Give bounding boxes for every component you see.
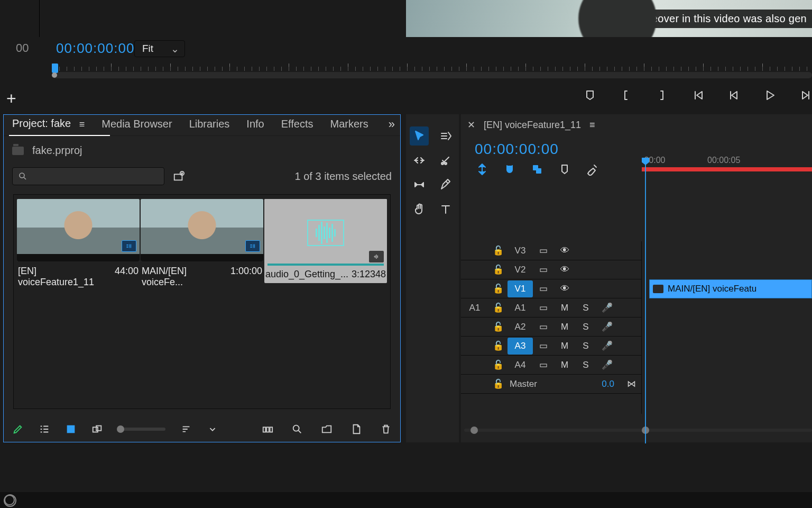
linked-selection-icon[interactable] [531, 163, 543, 176]
lock-icon[interactable]: 🔓 [488, 378, 508, 389]
lock-icon[interactable]: 🔓 [488, 321, 508, 332]
lock-icon[interactable]: 🔓 [488, 283, 508, 294]
voiceover-icon[interactable]: 🎤 [596, 359, 617, 370]
timeline-clip[interactable]: MAIN/[EN] voiceFeatu [649, 279, 812, 298]
freeform-view-icon[interactable] [91, 423, 103, 435]
tab-media-browser[interactable]: Media Browser [93, 114, 180, 135]
track-label[interactable]: V2 [508, 265, 533, 275]
panel-menu-icon[interactable]: ≡ [79, 119, 85, 130]
solo-toggle[interactable]: S [575, 303, 596, 313]
sort-icon[interactable] [180, 423, 192, 435]
add-panel-button[interactable]: + [6, 90, 16, 107]
find-icon[interactable] [291, 423, 303, 435]
sequence-name[interactable]: [EN] voiceFeature1_11 [484, 120, 581, 131]
automate-to-sequence-icon[interactable] [262, 423, 273, 435]
snap-icon[interactable] [503, 163, 516, 176]
tab-libraries[interactable]: Libraries [181, 114, 238, 135]
sync-lock-icon[interactable]: ▭ [533, 340, 554, 351]
solo-toggle[interactable]: S [575, 322, 596, 332]
out-bracket-icon[interactable] [656, 89, 668, 102]
solo-toggle[interactable]: S [575, 341, 596, 351]
track-select-tool-icon[interactable] [436, 126, 455, 146]
timeline-menu-icon[interactable]: ≡ [589, 120, 595, 131]
new-item-icon[interactable] [350, 423, 362, 435]
collapse-icon[interactable]: ⋈ [627, 378, 636, 389]
new-bin-icon[interactable] [321, 423, 333, 435]
lock-icon[interactable]: 🔓 [488, 264, 508, 275]
lock-icon[interactable]: 🔓 [488, 302, 508, 313]
icon-view-icon[interactable] [65, 423, 77, 435]
tab-effects[interactable]: Effects [273, 114, 322, 135]
mute-toggle[interactable]: M [554, 322, 575, 332]
program-ruler[interactable] [52, 64, 812, 79]
project-item[interactable]: MAIN/[EN] voiceFe... 1:00:00 [141, 199, 263, 288]
sync-lock-icon[interactable]: ▭ [533, 264, 554, 275]
track-label[interactable]: A1 [508, 303, 533, 313]
item-scrub-bar[interactable] [267, 264, 384, 266]
project-item-selected[interactable]: audio_0_Getting_... 3:12348 [264, 199, 387, 283]
lock-icon[interactable]: 🔓 [488, 245, 508, 256]
chevron-down-icon[interactable] [207, 423, 218, 435]
step-back-icon[interactable] [727, 89, 740, 102]
settings-icon[interactable] [586, 163, 598, 176]
ripple-edit-tool-icon[interactable] [410, 151, 429, 170]
source-patch[interactable]: A1 [461, 303, 488, 313]
hand-tool-icon[interactable] [410, 199, 429, 219]
track-v2[interactable]: 🔓 V2 ▭ 👁 [461, 260, 641, 279]
tab-project[interactable]: Project: fake ≡ [4, 113, 93, 135]
pen-tool-icon[interactable] [436, 175, 455, 194]
sync-lock-icon[interactable]: ▭ [533, 359, 554, 370]
mute-toggle[interactable]: M [554, 303, 575, 313]
trash-icon[interactable] [380, 423, 392, 435]
insert-mode-icon[interactable] [476, 163, 488, 176]
zoom-select[interactable]: Fit ⌄ [134, 40, 185, 57]
eye-icon[interactable]: 👁 [554, 284, 575, 294]
sync-lock-icon[interactable]: ▭ [533, 302, 554, 313]
track-master[interactable]: 🔓 Master 0.0 ⋈ [461, 375, 641, 394]
tabs-overflow-icon[interactable]: » [383, 114, 400, 135]
lock-icon[interactable]: 🔓 [488, 359, 508, 370]
sync-lock-icon[interactable]: ▭ [533, 283, 554, 294]
solo-toggle[interactable]: S [575, 360, 596, 370]
write-mode-icon[interactable] [12, 423, 24, 435]
slip-tool-icon[interactable] [410, 175, 429, 194]
sync-lock-icon[interactable]: ▭ [533, 245, 554, 256]
play-icon[interactable] [763, 89, 776, 102]
track-v1[interactable]: 🔓 V1 ▭ 👁 [461, 279, 641, 298]
search-input[interactable] [12, 167, 164, 185]
creative-cloud-icon[interactable] [4, 495, 15, 505]
type-tool-icon[interactable] [436, 199, 455, 219]
track-a4[interactable]: 🔓 A4 ▭ M S 🎤 [461, 356, 641, 375]
timeline-ruler[interactable]: :00:00 00:00:05 [642, 156, 812, 167]
eye-icon[interactable]: 👁 [554, 246, 575, 256]
program-viewport[interactable]: The voiceover in this video was also gen [406, 0, 812, 37]
lock-icon[interactable]: 🔓 [488, 340, 508, 351]
mute-toggle[interactable]: M [554, 341, 575, 351]
track-a2[interactable]: 🔓 A2 ▭ M S 🎤 [461, 318, 641, 337]
track-a1[interactable]: A1 🔓 A1 ▭ M S 🎤 [461, 298, 641, 318]
timeline-timecode[interactable]: 00:00:00:00 [475, 141, 559, 158]
track-label[interactable]: V1 [508, 280, 533, 297]
tab-markers[interactable]: Markers [321, 114, 376, 135]
mute-toggle[interactable]: M [554, 360, 575, 370]
program-timecode[interactable]: 00:00:00:00 [56, 40, 134, 57]
track-label[interactable]: V3 [508, 246, 533, 256]
project-item[interactable]: [EN] voiceFeature1_11 44:00 [17, 199, 140, 288]
track-label[interactable]: A4 [508, 360, 533, 370]
close-sequence-icon[interactable]: ✕ [467, 119, 475, 131]
track-v3[interactable]: 🔓 V3 ▭ 👁 [461, 241, 641, 260]
thumb-size-slider[interactable] [118, 428, 165, 431]
eye-icon[interactable]: 👁 [554, 265, 575, 275]
in-bracket-icon[interactable] [620, 89, 632, 102]
new-search-bin-icon[interactable] [173, 170, 184, 182]
track-label[interactable]: A3 [508, 338, 533, 355]
list-view-icon[interactable] [39, 423, 50, 435]
clip-area[interactable]: MAIN/[EN] voiceFeatu [642, 241, 812, 414]
step-forward-icon[interactable] [799, 89, 812, 102]
marker-icon[interactable] [584, 89, 596, 102]
timeline-h-scroll[interactable] [464, 425, 812, 435]
add-marker-icon[interactable] [558, 163, 571, 176]
go-to-in-icon[interactable] [691, 89, 704, 102]
track-label[interactable]: A2 [508, 322, 533, 332]
voiceover-icon[interactable]: 🎤 [596, 321, 617, 332]
